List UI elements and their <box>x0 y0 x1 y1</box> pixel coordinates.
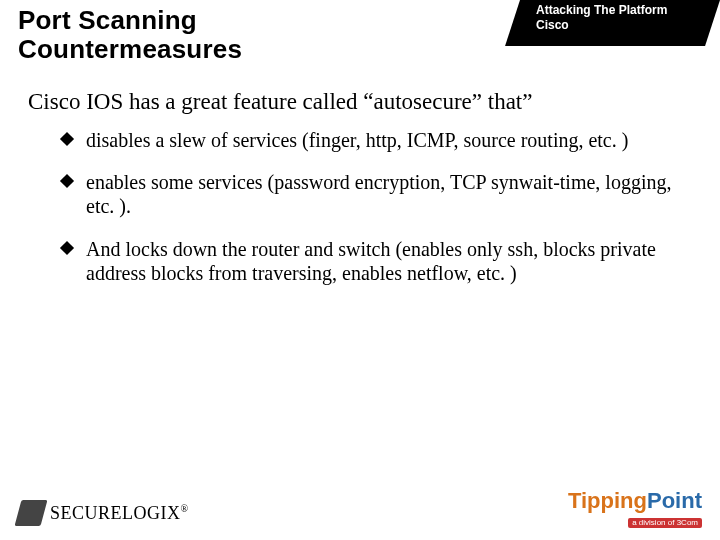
tippingpoint-tagline: a division of 3Com <box>628 518 702 528</box>
lead-text: Cisco IOS has a great feature called “au… <box>28 88 696 116</box>
list-item: enables some services (password encrypti… <box>62 170 696 219</box>
list-item-text: And locks down the router and switch (en… <box>86 238 656 284</box>
securelogix-name: SECURELOGIX <box>50 503 181 523</box>
list-item: And locks down the router and switch (en… <box>62 237 696 286</box>
securelogix-text: SECURELOGIX® <box>50 503 189 524</box>
slide-body: Cisco IOS has a great feature called “au… <box>28 88 696 304</box>
list-item: disables a slew of services (finger, htt… <box>62 128 696 152</box>
section-tab-line-2: Cisco <box>536 18 569 32</box>
diamond-bullet-icon <box>60 132 74 146</box>
list-item-text: disables a slew of services (finger, htt… <box>86 129 628 151</box>
tippingpoint-logo: TippingPoint a division of 3Com <box>568 490 702 528</box>
securelogix-mark-icon <box>15 500 48 526</box>
point-word: Point <box>647 488 702 513</box>
slide-footer: SECURELOGIX® TippingPoint a division of … <box>0 480 720 540</box>
securelogix-logo: SECURELOGIX® <box>18 500 189 526</box>
list-item-text: enables some services (password encrypti… <box>86 171 671 217</box>
tipping-word: Tipping <box>568 488 647 513</box>
section-tab-line-1: Attacking The Platform <box>536 3 667 17</box>
diamond-bullet-icon <box>60 241 74 255</box>
tippingpoint-text: TippingPoint <box>568 490 702 512</box>
title-line-2: Countermeasures <box>18 34 242 64</box>
title-line-1: Port Scanning <box>18 5 197 35</box>
section-tab: Attacking The Platform Cisco <box>536 3 706 33</box>
diamond-bullet-icon <box>60 174 74 188</box>
registered-icon: ® <box>181 503 189 514</box>
slide: Port Scanning Countermeasures Attacking … <box>0 0 720 540</box>
slide-title: Port Scanning Countermeasures <box>18 6 242 64</box>
bullet-list: disables a slew of services (finger, htt… <box>28 128 696 286</box>
slide-header: Port Scanning Countermeasures Attacking … <box>0 0 720 70</box>
